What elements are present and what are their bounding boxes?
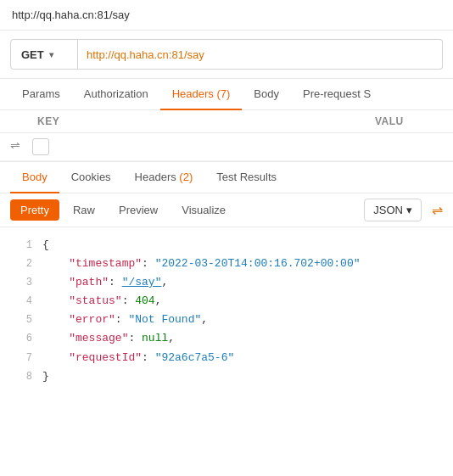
tab-body[interactable]: Body bbox=[242, 79, 291, 110]
json-indent bbox=[42, 294, 69, 307]
resp-tab-testresults[interactable]: Test Results bbox=[204, 162, 288, 193]
tab-params[interactable]: Params bbox=[10, 79, 72, 110]
json-indent bbox=[42, 351, 69, 364]
line-number: 7 bbox=[7, 350, 32, 367]
json-indent: : bbox=[128, 332, 142, 344]
fmt-btn-pretty[interactable]: Pretty bbox=[10, 199, 59, 221]
json-format-label: JSON bbox=[373, 204, 403, 216]
tab-headers[interactable]: Headers (7) bbox=[160, 79, 243, 110]
resp-tab-headers[interactable]: Headers (2) bbox=[123, 162, 205, 193]
json-brace: { bbox=[42, 238, 49, 251]
json-null: null bbox=[142, 332, 168, 344]
method-chevron-icon: ▾ bbox=[49, 50, 53, 59]
fmt-btn-visualize[interactable]: Visualize bbox=[171, 199, 236, 221]
fmt-btn-preview[interactable]: Preview bbox=[109, 199, 168, 221]
json-indent: : bbox=[115, 313, 129, 326]
json-indent: : bbox=[142, 351, 155, 364]
json-indent bbox=[42, 276, 69, 288]
line-content: "path": "/say", bbox=[42, 273, 446, 292]
line-number: 4 bbox=[7, 293, 32, 310]
col-val-label: VALU bbox=[375, 115, 443, 127]
format-bar: Pretty Raw Preview Visualize JSON ▾ ⇌ bbox=[0, 193, 453, 227]
headers-checkbox[interactable] bbox=[32, 138, 49, 155]
line-content: "timestamp": "2022-03-20T14:00:16.702+00… bbox=[42, 255, 446, 273]
json-key: "message" bbox=[69, 332, 128, 344]
method-select[interactable]: GET ▾ bbox=[10, 39, 78, 70]
url-input[interactable] bbox=[78, 39, 443, 70]
line-number: 8 bbox=[7, 368, 32, 385]
code-line: 8} bbox=[0, 367, 453, 386]
json-string: "92a6c7a5-6" bbox=[155, 351, 235, 364]
json-key: "requestId" bbox=[69, 351, 142, 364]
line-number: 2 bbox=[7, 255, 32, 272]
wrap-icon[interactable]: ⇌ bbox=[432, 202, 443, 218]
line-number: 5 bbox=[7, 311, 32, 328]
code-line: 6 "message": null, bbox=[0, 329, 453, 348]
resp-tab-cookies[interactable]: Cookies bbox=[59, 162, 123, 193]
json-indent bbox=[42, 257, 69, 270]
code-line: 7 "requestId": "92a6c7a5-6" bbox=[0, 349, 453, 367]
json-string: "2022-03-20T14:00:16.702+00:00" bbox=[155, 257, 361, 270]
line-content: { bbox=[42, 236, 446, 255]
method-label: GET bbox=[21, 48, 44, 61]
json-indent bbox=[42, 332, 69, 344]
title-url: http://qq.haha.cn:81/say bbox=[12, 8, 130, 21]
line-content: "message": null, bbox=[42, 329, 446, 348]
json-comma: , bbox=[161, 276, 168, 288]
json-indent bbox=[42, 313, 69, 326]
fmt-btn-raw[interactable]: Raw bbox=[63, 199, 105, 221]
tab-authorization[interactable]: Authorization bbox=[72, 79, 160, 110]
json-format-chevron-icon: ▾ bbox=[406, 204, 412, 216]
json-indent: : bbox=[142, 257, 155, 270]
line-content: "status": 404, bbox=[42, 292, 446, 311]
json-brace: } bbox=[42, 370, 49, 383]
resp-headers-badge: (2) bbox=[179, 171, 193, 183]
json-link: "/say" bbox=[122, 276, 162, 288]
headers-badge: (7) bbox=[216, 87, 230, 100]
json-format-select[interactable]: JSON ▾ bbox=[364, 199, 422, 221]
code-line: 5 "error": "Not Found", bbox=[0, 311, 453, 329]
line-content: "requestId": "92a6c7a5-6" bbox=[42, 349, 446, 367]
line-number: 6 bbox=[7, 330, 32, 347]
json-key: "error" bbox=[69, 313, 115, 326]
json-string: "Not Found" bbox=[128, 313, 201, 326]
request-tabs: Params Authorization Headers (7) Body Pr… bbox=[0, 79, 453, 110]
line-number: 1 bbox=[7, 237, 32, 254]
code-line: 3 "path": "/say", bbox=[0, 273, 453, 292]
title-bar: http://qq.haha.cn:81/say bbox=[0, 0, 453, 31]
line-content: "error": "Not Found", bbox=[42, 311, 446, 329]
code-line: 1{ bbox=[0, 236, 453, 255]
json-key: "timestamp" bbox=[69, 257, 142, 270]
json-indent: : bbox=[122, 294, 136, 307]
filter-icon[interactable]: ⇌ bbox=[10, 138, 27, 155]
tab-prerequest[interactable]: Pre-request S bbox=[291, 79, 383, 110]
json-comma: , bbox=[155, 294, 162, 307]
code-view: 1{2 "timestamp": "2022-03-20T14:00:16.70… bbox=[0, 227, 453, 395]
json-comma: , bbox=[201, 313, 208, 326]
json-key: "path" bbox=[69, 276, 109, 288]
url-row: GET ▾ bbox=[0, 31, 453, 79]
resp-tab-body[interactable]: Body bbox=[10, 162, 59, 193]
headers-filter-row: ⇌ bbox=[0, 133, 453, 161]
json-comma: , bbox=[168, 332, 175, 344]
json-indent: : bbox=[109, 276, 122, 288]
headers-table: KEY VALU ⇌ bbox=[0, 110, 453, 162]
json-number: 404 bbox=[135, 294, 154, 307]
col-key-label: KEY bbox=[10, 115, 375, 127]
json-key: "status" bbox=[69, 294, 121, 307]
code-line: 2 "timestamp": "2022-03-20T14:00:16.702+… bbox=[0, 255, 453, 273]
headers-table-header: KEY VALU bbox=[0, 110, 453, 133]
response-tabs: Body Cookies Headers (2) Test Results bbox=[0, 162, 453, 193]
line-number: 3 bbox=[7, 274, 32, 291]
line-content: } bbox=[42, 367, 446, 386]
code-line: 4 "status": 404, bbox=[0, 292, 453, 311]
